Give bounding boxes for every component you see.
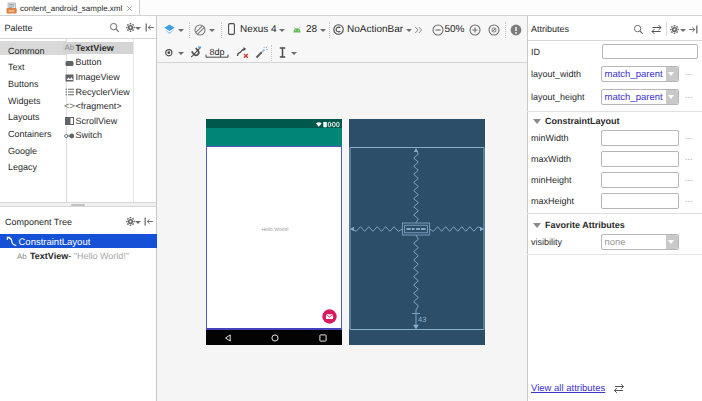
svg-text:43: 43	[418, 315, 426, 324]
svg-text:xml: xml	[9, 9, 15, 13]
